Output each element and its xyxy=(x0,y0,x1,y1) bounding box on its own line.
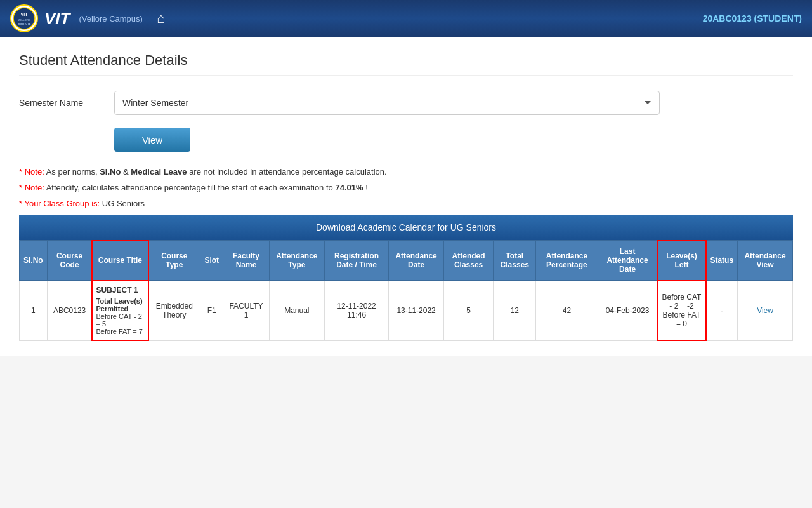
attendance-table-wrapper: Sl.No Course Code Course Title Course Ty… xyxy=(19,240,793,341)
td-last-attendance: 04-Feb-2023 xyxy=(598,281,657,341)
note3-prefix: * Your Class Group is: xyxy=(19,199,102,208)
note1-amp: & xyxy=(123,167,131,177)
leave-info: Total Leave(s) Permitted Before CAT - 2 … xyxy=(96,297,145,335)
th-attendance-type: Attendance Type xyxy=(269,241,324,281)
vit-title: VIT xyxy=(44,9,70,29)
td-reg-date: 12-11-2022 11:46 xyxy=(324,281,389,341)
th-slot: Slot xyxy=(200,241,223,281)
table-row: 1 ABC0123 SUBJECT 1 Total Leave(s) Permi… xyxy=(20,281,793,341)
semester-form-row: Semester Name Winter Semester xyxy=(19,91,793,115)
leave-permitted-label: Total Leave(s) Permitted xyxy=(96,297,143,312)
th-course-code: Course Code xyxy=(47,241,92,281)
th-attendance-pct: Attendance Percentage xyxy=(536,241,598,281)
view-button[interactable]: View xyxy=(114,128,190,152)
td-attendance-pct: 42 xyxy=(536,281,598,341)
leave-cat: Before CAT - 2 = 5 xyxy=(96,312,142,328)
calendar-bar[interactable]: Download Academic Calendar for UG Senior… xyxy=(19,215,793,240)
note1-text1: As per norms, xyxy=(46,167,100,177)
note-2: * Note: Attendify, calculates attendance… xyxy=(19,183,793,192)
leaves-cat: Before CAT - 2 = -2 xyxy=(662,293,702,311)
th-last-attendance: Last Attendance Date xyxy=(598,241,657,281)
course-title-name: SUBJECT 1 xyxy=(96,286,145,295)
note1-suffix: are not included in attendance percentag… xyxy=(189,167,387,177)
th-course-type: Course Type xyxy=(148,241,200,281)
note1-prefix: * Note: xyxy=(19,167,44,177)
leave-fat: Before FAT = 7 xyxy=(96,328,143,335)
td-status: - xyxy=(706,281,738,341)
svg-text:INSTITUTE: INSTITUTE xyxy=(18,22,31,25)
svg-text:VELLORE: VELLORE xyxy=(18,18,30,22)
note2-star: * Note: xyxy=(19,183,44,192)
th-slno: Sl.No xyxy=(20,241,48,281)
td-attendance-date: 13-11-2022 xyxy=(389,281,443,341)
td-attended-classes: 5 xyxy=(443,281,493,341)
th-view: Attendance View xyxy=(738,241,793,281)
svg-text:VIT: VIT xyxy=(21,12,29,17)
th-course-title: Course Title xyxy=(92,241,148,281)
td-attendance-type: Manual xyxy=(269,281,324,341)
td-slno: 1 xyxy=(20,281,48,341)
main-content: Student Attendance Details Semester Name… xyxy=(0,37,812,356)
note3-value: UG Seniors xyxy=(102,199,145,208)
th-faculty-name: Faculty Name xyxy=(223,241,270,281)
note-3: * Your Class Group is: UG Seniors xyxy=(19,199,793,208)
td-course-type: Embedded Theory xyxy=(148,281,200,341)
th-attended-classes: Attended Classes xyxy=(443,241,493,281)
header-left: VIT VELLORE INSTITUTE VIT (Vellore Campu… xyxy=(10,4,165,32)
td-leaves-left: Before CAT - 2 = -2 Before FAT = 0 xyxy=(657,281,706,341)
table-header-row: Sl.No Course Code Course Title Course Ty… xyxy=(20,241,793,281)
td-course-title: SUBJECT 1 Total Leave(s) Permitted Befor… xyxy=(92,281,148,341)
td-course-code: ABC0123 xyxy=(47,281,92,341)
note2-text: Attendify, calculates attendance percent… xyxy=(46,183,368,192)
page-title: Student Attendance Details xyxy=(19,52,793,76)
th-leaves-left: Leave(s) Left xyxy=(657,241,706,281)
td-total-classes: 12 xyxy=(494,281,536,341)
td-view: View xyxy=(738,281,793,341)
semester-select[interactable]: Winter Semester xyxy=(114,91,660,115)
th-status: Status xyxy=(706,241,738,281)
home-icon[interactable]: ⌂ xyxy=(157,10,165,27)
note1-bold2: Medical Leave xyxy=(131,167,187,177)
note-1: * Note: As per norms, Sl.No & Medical Le… xyxy=(19,167,793,177)
header: VIT VELLORE INSTITUTE VIT (Vellore Campu… xyxy=(0,0,812,37)
th-reg-date: Registration Date / Time xyxy=(324,241,389,281)
th-total-classes: Total Classes xyxy=(494,241,536,281)
td-slot: F1 xyxy=(200,281,223,341)
vit-campus: (Vellore Campus) xyxy=(79,14,142,23)
semester-label: Semester Name xyxy=(19,98,102,108)
attendance-table: Sl.No Course Code Course Title Course Ty… xyxy=(19,240,793,341)
vit-logo: VIT VELLORE INSTITUTE xyxy=(10,4,38,32)
note1-bold1: Sl.No xyxy=(100,167,121,177)
th-attendance-date: Attendance Date xyxy=(389,241,443,281)
header-user: 20ABC0123 (STUDENT) xyxy=(703,13,802,23)
td-faculty-name: FACULTY 1 xyxy=(223,281,270,341)
view-link[interactable]: View xyxy=(757,306,773,315)
leaves-fat: Before FAT = 0 xyxy=(662,311,702,328)
